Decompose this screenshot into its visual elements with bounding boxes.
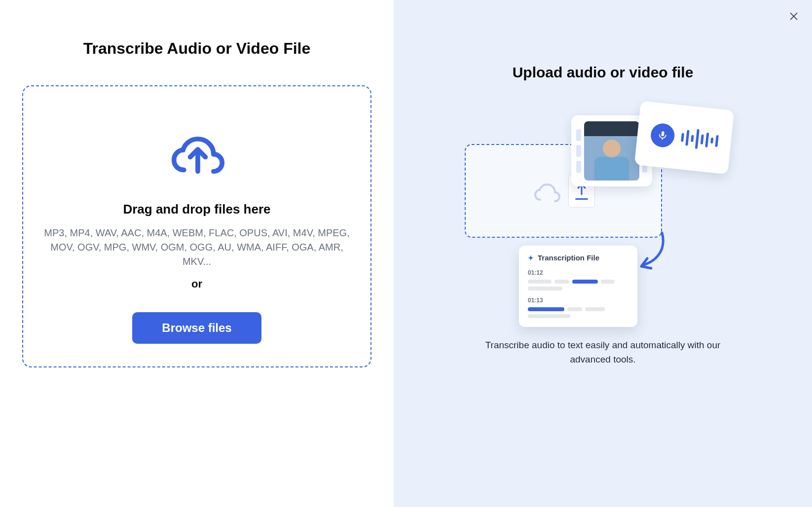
supported-formats: MP3, MP4, WAV, AAC, M4A, WEBM, FLAC, OPU… — [44, 226, 350, 269]
video-thumbnail — [584, 121, 639, 181]
right-panel: Upload audio or video file — [394, 0, 812, 507]
transcription-file-card: ✦ Transcription File 01:12 01:13 — [519, 246, 637, 327]
file-dropzone[interactable]: Drag and drop files here MP3, MP4, WAV, … — [22, 85, 371, 367]
dropzone-heading: Drag and drop files here — [123, 202, 270, 217]
transcription-card-title: Transcription File — [538, 254, 599, 262]
browse-files-button[interactable]: Browse files — [132, 312, 261, 344]
upload-illustration: ✦ Transcription File 01:12 01:13 — [465, 115, 741, 332]
right-panel-title: Upload audio or video file — [513, 64, 694, 81]
arrow-curve-icon — [637, 231, 667, 275]
close-button[interactable] — [786, 9, 801, 25]
close-icon — [788, 11, 799, 22]
page-title: Transcribe Audio or Video File — [83, 39, 311, 58]
sparkle-icon: ✦ — [528, 254, 534, 262]
microphone-icon — [649, 122, 675, 148]
right-panel-description: Transcribe audio to text easily and auto… — [470, 338, 736, 366]
timestamp-1: 01:12 — [528, 269, 543, 276]
waveform-icon — [680, 127, 719, 151]
timestamp-2: 01:13 — [528, 297, 543, 304]
cloud-upload-icon — [168, 125, 225, 174]
cloud-icon — [532, 178, 561, 204]
left-panel: Transcribe Audio or Video File Drag and … — [0, 0, 394, 507]
or-separator: or — [191, 278, 202, 290]
audio-waveform-card — [634, 101, 735, 174]
